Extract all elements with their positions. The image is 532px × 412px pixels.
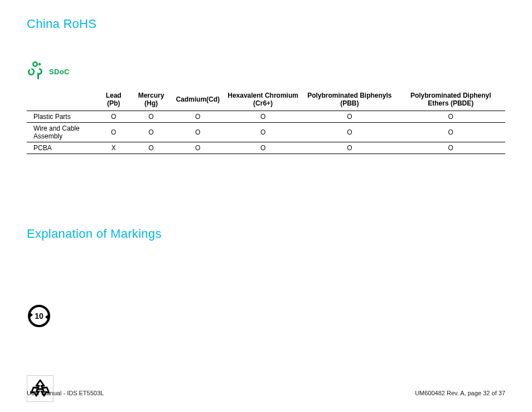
cell: O xyxy=(172,123,223,142)
svg-marker-2 xyxy=(29,312,33,318)
sdoc-logo-block: SDoC xyxy=(27,60,505,83)
cell: O xyxy=(303,123,396,142)
footer-right: UM600482 Rev. A, page 32 of 37 xyxy=(415,390,505,396)
epup-value: 10 xyxy=(35,312,43,320)
cell: O xyxy=(98,123,130,142)
th-mercury: Mercury (Hg) xyxy=(130,89,173,111)
th-cr6: Hexavalent Chromium (Cr6+) xyxy=(223,89,303,111)
table-row: PCBA X O O O O O xyxy=(27,142,505,154)
svg-marker-3 xyxy=(45,314,49,320)
sdoc-icon xyxy=(27,60,46,83)
cell: O xyxy=(223,111,303,123)
epup-marking: 10 xyxy=(27,304,505,330)
svg-point-0 xyxy=(38,63,41,65)
th-pbb: Polybrominated Biphenyls (PBB) xyxy=(303,89,396,111)
cell: O xyxy=(130,142,173,154)
rohs-table: Lead (Pb) Mercury (Hg) Cadmium(Cd) Hexav… xyxy=(27,89,505,154)
recycle-marking xyxy=(27,375,54,402)
th-empty xyxy=(27,89,98,111)
row-name: Plastic Parts xyxy=(27,111,98,123)
cell: O xyxy=(172,142,223,154)
row-name: PCBA xyxy=(27,142,98,154)
cell: O xyxy=(223,123,303,142)
cell: O xyxy=(396,142,505,154)
table-row: Plastic Parts O O O O O O xyxy=(27,111,505,123)
cell: O xyxy=(396,111,505,123)
heading-explanation: Explanation of Markings xyxy=(27,227,505,241)
th-cadmium: Cadmium(Cd) xyxy=(172,89,223,111)
th-pbde: Polybrominated Diphenyl Ethers (PBDE) xyxy=(396,89,505,111)
cell: O xyxy=(130,123,173,142)
row-name: Wire and Cable Assembly xyxy=(27,123,98,142)
cell: O xyxy=(223,142,303,154)
cell: O xyxy=(396,123,505,142)
cell: O xyxy=(98,111,130,123)
footer-left: User Manual - IDS ET5503L xyxy=(27,390,104,396)
heading-china-rohs: China RoHS xyxy=(27,17,505,31)
sdoc-label: SDoC xyxy=(49,68,70,76)
cell: O xyxy=(172,111,223,123)
table-row: Wire and Cable Assembly O O O O O O xyxy=(27,123,505,142)
cell: X xyxy=(98,142,130,154)
cell: O xyxy=(303,111,396,123)
th-lead: Lead (Pb) xyxy=(98,89,130,111)
cell: O xyxy=(303,142,396,154)
cell: O xyxy=(130,111,173,123)
